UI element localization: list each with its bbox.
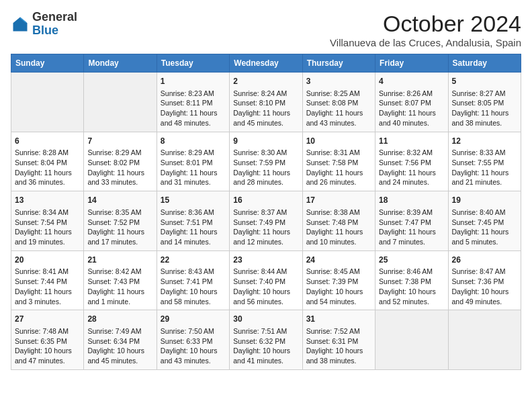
calendar-cell	[11, 73, 84, 132]
day-info: Sunrise: 8:23 AM Sunset: 8:11 PM Dayligh…	[161, 89, 226, 128]
day-info: Sunrise: 8:44 AM Sunset: 7:40 PM Dayligh…	[233, 267, 298, 306]
header-thursday: Thursday	[302, 54, 375, 73]
week-row-3: 20Sunrise: 8:41 AM Sunset: 7:44 PM Dayli…	[11, 250, 521, 310]
week-row-4: 27Sunrise: 7:48 AM Sunset: 6:35 PM Dayli…	[11, 310, 521, 370]
calendar-cell: 27Sunrise: 7:48 AM Sunset: 6:35 PM Dayli…	[11, 310, 84, 370]
calendar-cell: 7Sunrise: 8:29 AM Sunset: 8:02 PM Daylig…	[84, 132, 157, 191]
day-info: Sunrise: 7:51 AM Sunset: 6:32 PM Dayligh…	[233, 326, 298, 366]
calendar-cell: 28Sunrise: 7:49 AM Sunset: 6:34 PM Dayli…	[84, 310, 157, 370]
day-info: Sunrise: 8:45 AM Sunset: 7:39 PM Dayligh…	[306, 267, 371, 306]
calendar-cell: 2Sunrise: 8:24 AM Sunset: 8:10 PM Daylig…	[230, 73, 302, 132]
header-tuesday: Tuesday	[157, 54, 229, 73]
calendar-cell: 12Sunrise: 8:33 AM Sunset: 7:55 PM Dayli…	[448, 132, 521, 191]
day-info: Sunrise: 8:29 AM Sunset: 8:01 PM Dayligh…	[161, 148, 226, 187]
day-info: Sunrise: 8:33 AM Sunset: 7:55 PM Dayligh…	[452, 148, 517, 187]
logo-general: General	[32, 11, 77, 24]
day-number: 9	[233, 136, 298, 147]
day-number: 20	[15, 255, 80, 266]
calendar-cell: 6Sunrise: 8:28 AM Sunset: 8:04 PM Daylig…	[11, 132, 84, 191]
day-number: 12	[452, 136, 517, 147]
day-number: 10	[306, 136, 371, 147]
day-number: 7	[87, 136, 152, 147]
day-info: Sunrise: 8:39 AM Sunset: 7:47 PM Dayligh…	[379, 208, 444, 247]
header-sunday: Sunday	[11, 54, 84, 73]
day-number: 18	[379, 195, 444, 206]
day-info: Sunrise: 7:50 AM Sunset: 6:33 PM Dayligh…	[161, 326, 226, 366]
calendar-cell: 15Sunrise: 8:36 AM Sunset: 7:51 PM Dayli…	[157, 191, 229, 251]
calendar-cell: 24Sunrise: 8:45 AM Sunset: 7:39 PM Dayli…	[302, 250, 375, 310]
day-info: Sunrise: 8:25 AM Sunset: 8:08 PM Dayligh…	[306, 89, 371, 128]
day-info: Sunrise: 8:41 AM Sunset: 7:44 PM Dayligh…	[15, 267, 80, 306]
week-row-0: 1Sunrise: 8:23 AM Sunset: 8:11 PM Daylig…	[11, 73, 521, 132]
day-number: 21	[87, 255, 152, 266]
day-number: 16	[233, 195, 298, 206]
month-title: October 2024	[330, 11, 521, 37]
day-info: Sunrise: 8:26 AM Sunset: 8:07 PM Dayligh…	[379, 89, 444, 128]
logo-icon	[11, 15, 30, 34]
day-number: 1	[161, 76, 226, 87]
day-info: Sunrise: 8:34 AM Sunset: 7:54 PM Dayligh…	[15, 208, 80, 247]
header-monday: Monday	[84, 54, 157, 73]
day-number: 13	[15, 195, 80, 206]
day-info: Sunrise: 8:37 AM Sunset: 7:49 PM Dayligh…	[233, 208, 298, 247]
day-info: Sunrise: 7:48 AM Sunset: 6:35 PM Dayligh…	[15, 326, 80, 366]
calendar-cell: 19Sunrise: 8:40 AM Sunset: 7:45 PM Dayli…	[448, 191, 521, 251]
day-info: Sunrise: 8:43 AM Sunset: 7:41 PM Dayligh…	[161, 267, 226, 306]
day-info: Sunrise: 7:52 AM Sunset: 6:31 PM Dayligh…	[306, 326, 371, 366]
day-info: Sunrise: 7:49 AM Sunset: 6:34 PM Dayligh…	[87, 326, 152, 366]
calendar-cell: 20Sunrise: 8:41 AM Sunset: 7:44 PM Dayli…	[11, 250, 84, 310]
day-number: 28	[87, 314, 152, 325]
day-number: 31	[306, 314, 371, 325]
calendar-cell: 30Sunrise: 7:51 AM Sunset: 6:32 PM Dayli…	[230, 310, 302, 370]
calendar-cell: 23Sunrise: 8:44 AM Sunset: 7:40 PM Dayli…	[230, 250, 302, 310]
day-number: 15	[161, 195, 226, 206]
header-friday: Friday	[375, 54, 448, 73]
calendar-cell: 4Sunrise: 8:26 AM Sunset: 8:07 PM Daylig…	[375, 73, 448, 132]
svg-marker-0	[13, 17, 28, 31]
calendar-cell: 5Sunrise: 8:27 AM Sunset: 8:05 PM Daylig…	[448, 73, 521, 132]
calendar-cell: 14Sunrise: 8:35 AM Sunset: 7:52 PM Dayli…	[84, 191, 157, 251]
logo: General Blue	[11, 11, 77, 38]
day-info: Sunrise: 8:47 AM Sunset: 7:36 PM Dayligh…	[452, 267, 517, 306]
page-header: General Blue October 2024 Villanueva de …	[11, 11, 521, 48]
logo-blue: Blue	[32, 24, 77, 38]
calendar-header-row: SundayMondayTuesdayWednesdayThursdayFrid…	[11, 54, 521, 73]
day-number: 19	[452, 195, 517, 206]
calendar-cell: 10Sunrise: 8:31 AM Sunset: 7:58 PM Dayli…	[302, 132, 375, 191]
day-number: 2	[233, 76, 298, 87]
calendar-cell: 21Sunrise: 8:42 AM Sunset: 7:43 PM Dayli…	[84, 250, 157, 310]
calendar-cell: 8Sunrise: 8:29 AM Sunset: 8:01 PM Daylig…	[157, 132, 229, 191]
day-number: 29	[161, 314, 226, 325]
day-info: Sunrise: 8:31 AM Sunset: 7:58 PM Dayligh…	[306, 148, 371, 187]
day-info: Sunrise: 8:40 AM Sunset: 7:45 PM Dayligh…	[452, 208, 517, 247]
calendar-cell: 13Sunrise: 8:34 AM Sunset: 7:54 PM Dayli…	[11, 191, 84, 251]
day-info: Sunrise: 8:35 AM Sunset: 7:52 PM Dayligh…	[87, 208, 152, 247]
day-info: Sunrise: 8:28 AM Sunset: 8:04 PM Dayligh…	[15, 148, 80, 187]
day-info: Sunrise: 8:24 AM Sunset: 8:10 PM Dayligh…	[233, 89, 298, 128]
day-info: Sunrise: 8:27 AM Sunset: 8:05 PM Dayligh…	[452, 89, 517, 128]
calendar-cell: 31Sunrise: 7:52 AM Sunset: 6:31 PM Dayli…	[302, 310, 375, 370]
day-number: 17	[306, 195, 371, 206]
calendar-cell: 11Sunrise: 8:32 AM Sunset: 7:56 PM Dayli…	[375, 132, 448, 191]
header-wednesday: Wednesday	[230, 54, 302, 73]
header-saturday: Saturday	[448, 54, 521, 73]
calendar-cell: 22Sunrise: 8:43 AM Sunset: 7:41 PM Dayli…	[157, 250, 229, 310]
calendar-cell: 17Sunrise: 8:38 AM Sunset: 7:48 PM Dayli…	[302, 191, 375, 251]
calendar-cell: 18Sunrise: 8:39 AM Sunset: 7:47 PM Dayli…	[375, 191, 448, 251]
title-block: October 2024 Villanueva de las Cruces, A…	[330, 11, 521, 48]
day-number: 27	[15, 314, 80, 325]
week-row-2: 13Sunrise: 8:34 AM Sunset: 7:54 PM Dayli…	[11, 191, 521, 251]
day-number: 5	[452, 76, 517, 87]
day-number: 4	[379, 76, 444, 87]
week-row-1: 6Sunrise: 8:28 AM Sunset: 8:04 PM Daylig…	[11, 132, 521, 191]
day-info: Sunrise: 8:46 AM Sunset: 7:38 PM Dayligh…	[379, 267, 444, 306]
day-number: 22	[161, 255, 226, 266]
calendar-cell: 26Sunrise: 8:47 AM Sunset: 7:36 PM Dayli…	[448, 250, 521, 310]
day-number: 30	[233, 314, 298, 325]
day-number: 14	[87, 195, 152, 206]
calendar-cell: 9Sunrise: 8:30 AM Sunset: 7:59 PM Daylig…	[230, 132, 302, 191]
calendar-cell: 25Sunrise: 8:46 AM Sunset: 7:38 PM Dayli…	[375, 250, 448, 310]
calendar-table: SundayMondayTuesdayWednesdayThursdayFrid…	[11, 54, 521, 370]
day-info: Sunrise: 8:30 AM Sunset: 7:59 PM Dayligh…	[233, 148, 298, 187]
day-number: 11	[379, 136, 444, 147]
